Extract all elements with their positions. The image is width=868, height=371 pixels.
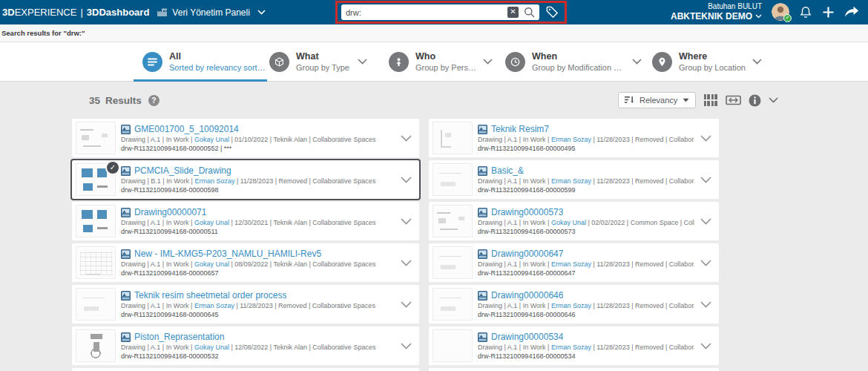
chevron-down-icon[interactable] <box>700 177 711 183</box>
chevron-down-icon[interactable] <box>401 135 412 142</box>
tab-who[interactable]: Who Group by Persons <box>389 42 493 81</box>
result-thumbnail <box>76 246 116 279</box>
owner-link[interactable]: Erman Sozay <box>551 260 591 268</box>
result-title-link[interactable]: Drawing00000646 <box>491 290 563 301</box>
avatar[interactable]: ✓ <box>772 3 789 21</box>
result-title-link[interactable]: Teknik resim sheetmetal order process <box>134 290 286 301</box>
meta-suffix: | 11/28/2023 | Removed | Collaborative S… <box>591 302 694 309</box>
chevron-down-icon[interactable] <box>752 59 762 65</box>
share-icon[interactable] <box>844 6 859 19</box>
owner-link[interactable]: Gokay Unal <box>551 219 586 226</box>
chevron-down-icon[interactable] <box>401 343 412 349</box>
result-title-link[interactable]: Drawing00000573 <box>491 207 563 217</box>
chevron-down-icon[interactable] <box>700 218 711 225</box>
meta-prefix: Drawing | A.1 | In Work | <box>478 219 551 226</box>
owner-link[interactable]: Gokay Unal <box>194 344 229 351</box>
app-name[interactable]: 3DDashboard <box>87 7 150 18</box>
result-title-link[interactable]: PCMCIA_Slide_Drawing <box>134 165 231 176</box>
result-title-link[interactable]: Basic_& <box>491 165 524 176</box>
result-title-link[interactable]: New - IML-KMG5-P203_NAMLU_HAMILI-Rev5 <box>134 249 321 259</box>
tab-label: Who <box>415 51 476 62</box>
user-menu[interactable]: Batuhan BULUT ABKTEKNIK DEMO <box>671 2 762 22</box>
chevron-down-icon[interactable] <box>401 301 412 308</box>
meta-suffix: | 08/09/2022 | Teknik Alan | Collaborati… <box>229 260 375 268</box>
owner-link[interactable]: Gokay Unal <box>194 136 229 143</box>
notifications-bell-icon[interactable] <box>799 5 812 19</box>
meta-suffix: | 11/28/2023 | Removed | Collaborative S… <box>591 136 694 143</box>
chevron-down-icon[interactable] <box>483 59 493 65</box>
chevron-down-icon[interactable] <box>769 97 778 103</box>
chevron-down-icon[interactable] <box>632 59 642 65</box>
meta-suffix: | 02/02/2022 | Common Space | Collaborat… <box>586 219 694 226</box>
result-card[interactable]: GME001700_5_10092014 Drawing | A.1 | In … <box>72 119 419 157</box>
chevron-down-icon[interactable] <box>401 218 412 225</box>
chevron-down-icon[interactable] <box>401 260 412 266</box>
chevron-down-icon[interactable] <box>257 10 266 15</box>
result-thumbnail <box>76 122 116 154</box>
expand-width-icon[interactable] <box>726 94 741 106</box>
result-card[interactable]: PCMCIA_Slide_Drawing Drawing | B.1 | In … <box>72 160 419 199</box>
tab-sublabel: Sorted by relevancy sort th... <box>169 63 267 72</box>
owner-link[interactable]: Gokay Unal <box>194 260 229 268</box>
chevron-down-icon[interactable] <box>700 343 711 349</box>
result-card[interactable]: Drawing00000534 Drawing | A.1 | In Work … <box>429 326 719 365</box>
sort-dropdown[interactable]: Relevancy <box>618 92 696 108</box>
cube-icon <box>269 52 289 72</box>
meta-suffix: | 01/10/2022 | Teknik Alan | Collaborati… <box>229 136 375 143</box>
owner-link[interactable]: Erman Sozay <box>551 177 591 185</box>
meta-prefix: Drawing | A.1 | In Work | <box>121 344 194 351</box>
grid-view-icon[interactable] <box>703 93 718 107</box>
search-input[interactable]: drw: ✕ <box>341 4 539 20</box>
result-card[interactable]: Drawing00000573 Drawing | A.1 | In Work … <box>429 202 719 240</box>
tab-sublabel: Group by Persons <box>415 63 476 72</box>
owner-link[interactable]: Erman Sozay <box>194 177 234 185</box>
result-title-link[interactable]: GME001700_5_10092014 <box>134 124 239 134</box>
owner-link[interactable]: Erman Sozay <box>551 136 591 143</box>
tab-where[interactable]: Where Group by Location <box>652 42 762 81</box>
add-plus-icon[interactable] <box>822 6 835 19</box>
info-icon[interactable] <box>749 94 761 107</box>
result-card[interactable]: New - IML-KMG5-P203_NAMLU_HAMILI-Rev5 Dr… <box>72 243 419 282</box>
result-title-link[interactable]: Piston_Reprasentation <box>134 332 224 342</box>
result-title-link[interactable]: Drawing00000071 <box>134 207 206 217</box>
3dexperience-search-page: 3DEXPERIENCE | 3DDashboard Veri Yönetim … <box>0 0 868 371</box>
meta-prefix: Drawing | A.1 | In Work | <box>121 136 194 143</box>
tab-all[interactable]: All Sorted by relevancy sort th... <box>134 42 267 81</box>
tab-when[interactable]: When Group by Modification Date <box>505 42 642 81</box>
dashboard-switcher[interactable]: Veri Yönetim Paneli <box>157 7 266 18</box>
result-card[interactable]: Teknik resim sheetmetal order process Dr… <box>72 285 419 324</box>
chevron-down-icon[interactable] <box>700 301 711 308</box>
tab-what[interactable]: What Group by Type <box>269 42 367 81</box>
result-title-link[interactable]: Drawing00000534 <box>491 332 563 342</box>
search-query-text[interactable]: drw: <box>346 8 502 17</box>
chevron-down-icon[interactable] <box>700 135 711 142</box>
owner-link[interactable]: Erman Sozay <box>551 344 591 351</box>
result-title-link[interactable]: Teknik Resim7 <box>491 124 549 134</box>
result-card[interactable]: Drawing00000071 Drawing | A.1 | In Work … <box>72 202 419 240</box>
drawing-type-icon <box>121 125 131 134</box>
clear-search-icon[interactable]: ✕ <box>507 7 519 18</box>
result-card[interactable]: Piston_Reprasentation Drawing | A.1 | In… <box>72 326 419 365</box>
result-card[interactable]: Drawing00000647 Drawing | A.1 | In Work … <box>429 243 719 282</box>
result-title-link[interactable]: Drawing00000647 <box>491 249 563 259</box>
meta-suffix: | 12/08/2022 | Teknik Alan | Collaborati… <box>229 344 375 351</box>
result-meta: Drawing | A.1 | In Work | Gokay Unal | 1… <box>121 219 395 226</box>
meta-prefix: Drawing | A.1 | In Work | <box>478 344 551 351</box>
owner-link[interactable]: Erman Sozay <box>194 302 234 309</box>
result-card[interactable]: Teknik Resim7 Drawing | A.1 | In Work | … <box>429 119 719 157</box>
chevron-down-icon[interactable] <box>358 59 367 65</box>
meta-suffix: | 11/28/2023 | Removed | Collaborative S… <box>234 302 375 309</box>
meta-prefix: Drawing | A.1 | In Work | <box>478 136 551 143</box>
owner-link[interactable]: Gokay Unal <box>194 219 229 226</box>
search-icon[interactable] <box>524 7 535 18</box>
owner-link[interactable]: Erman Sozay <box>551 302 591 309</box>
meta-suffix: | 11/28/2023 | Removed | Collaborative S… <box>591 260 694 268</box>
help-icon[interactable]: ? <box>148 95 160 106</box>
chevron-down-icon[interactable] <box>700 260 711 266</box>
result-id: drw-R1132100994168-00000598 <box>121 186 395 194</box>
result-card[interactable]: Drawing00000646 Drawing | A.1 | In Work … <box>429 285 719 324</box>
tag-icon[interactable] <box>545 5 559 19</box>
meta-prefix: Drawing | A.1 | In Work | <box>478 260 551 268</box>
chevron-down-icon[interactable] <box>401 177 412 183</box>
result-card[interactable]: Basic_& Drawing | A.1 | In Work | Erman … <box>429 160 719 199</box>
